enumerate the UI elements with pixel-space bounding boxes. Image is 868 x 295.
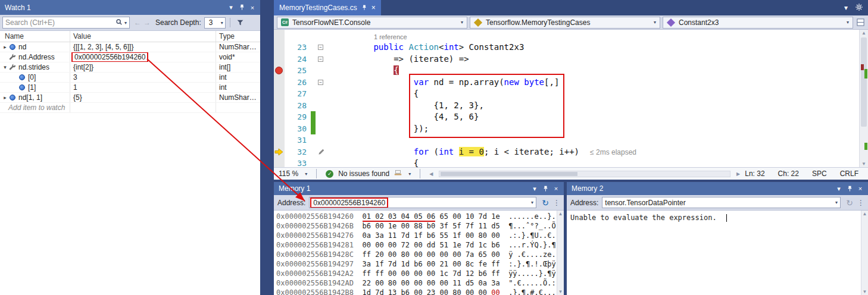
- memory1-titlebar[interactable]: Memory 1 ▾ ×: [274, 182, 564, 195]
- outline-collapse-icon[interactable]: −: [318, 57, 323, 62]
- breakpoint-margin[interactable]: [274, 100, 285, 112]
- issues-status[interactable]: No issues found: [338, 170, 389, 178]
- memory2-titlebar[interactable]: Memory 2 ▾ ×: [567, 182, 868, 195]
- breakpoint-margin[interactable]: [274, 42, 285, 54]
- issues-filter-icon[interactable]: [394, 170, 402, 178]
- refresh-icon[interactable]: ↻: [845, 198, 854, 208]
- memory1-address-input[interactable]: 0x000002556B194260 ▾: [309, 197, 536, 208]
- zoom-level[interactable]: 115 %: [279, 170, 298, 178]
- breakpoint-margin[interactable]: [274, 158, 285, 167]
- code-line-text[interactable]: });: [327, 123, 868, 135]
- memory2-content[interactable]: Unable to evaluate the expression.: [567, 211, 868, 295]
- watch-row[interactable]: nd.Address0x000002556b194260void*: [0, 52, 260, 62]
- column-header-value[interactable]: Value: [70, 31, 216, 42]
- search-prev-icon[interactable]: ←: [133, 18, 142, 27]
- chevron-down-icon[interactable]: ▾: [835, 200, 838, 205]
- close-icon[interactable]: ×: [855, 183, 866, 194]
- scroll-up-icon[interactable]: ▲: [557, 211, 564, 216]
- chevron-down-icon[interactable]: ▾: [408, 171, 411, 177]
- search-options-chevron-icon[interactable]: ▾: [124, 20, 127, 26]
- scroll-down-icon[interactable]: ▼: [861, 289, 868, 294]
- chevron-down-icon[interactable]: ▾: [531, 200, 533, 205]
- horizontal-scrollbar[interactable]: [439, 171, 730, 177]
- scrollbar-thumb[interactable]: [861, 37, 867, 127]
- toolbar-overflow-icon[interactable]: ⋮: [857, 199, 864, 207]
- memory2-address-input[interactable]: tensor.TensorDataPointer ▾: [602, 197, 841, 208]
- search-depth-select[interactable]: 3 ▾: [204, 17, 226, 29]
- breakpoint-margin[interactable]: [274, 111, 285, 123]
- window-position-icon[interactable]: ▾: [844, 4, 848, 12]
- search-input[interactable]: Search (Ctrl+E) ▾: [2, 17, 130, 29]
- code-line-text[interactable]: public Action<int> Constant2x3: [327, 42, 868, 54]
- watch-row[interactable]: ▾nd.strides{int[2]}int[]: [0, 62, 260, 73]
- gear-icon[interactable]: [855, 3, 863, 13]
- breakpoint-margin[interactable]: [274, 88, 285, 100]
- code-line-text[interactable]: for (int i = 0; i < iterate; i++)≤ 2ms e…: [327, 146, 868, 158]
- code-line-text[interactable]: {1, 2, 3},: [327, 100, 868, 112]
- scroll-down-icon[interactable]: ▼: [860, 161, 868, 167]
- breakpoint-margin[interactable]: [274, 146, 285, 158]
- memory1-scrollbar[interactable]: ▲ ▼: [557, 211, 564, 295]
- window-position-icon[interactable]: ▾: [529, 183, 540, 194]
- watch-row[interactable]: [0]3int: [0, 73, 260, 83]
- pin-icon[interactable]: [361, 5, 367, 11]
- spaces-indicator[interactable]: SPC: [812, 170, 827, 178]
- column-indicator[interactable]: Ch: 22: [778, 170, 799, 178]
- column-header-name[interactable]: Name: [0, 31, 70, 42]
- split-window-icon[interactable]: [854, 17, 866, 29]
- zoom-chevron-icon[interactable]: ▾: [305, 171, 307, 177]
- window-position-icon[interactable]: ▾: [833, 183, 844, 194]
- watch-row[interactable]: [1]1int: [0, 83, 260, 93]
- window-position-icon[interactable]: ▾: [226, 2, 236, 13]
- watch-titlebar[interactable]: Watch 1 ▾ ×: [0, 0, 260, 15]
- pin-icon[interactable]: [236, 2, 247, 13]
- memory2-scrollbar[interactable]: ▲ ▼: [861, 211, 868, 295]
- scrollbar-thumb[interactable]: [441, 172, 577, 176]
- close-icon[interactable]: ×: [551, 183, 561, 194]
- filter-icon[interactable]: [235, 17, 246, 29]
- toolbar-overflow-icon[interactable]: ⋮: [553, 199, 560, 207]
- close-icon[interactable]: ×: [247, 2, 258, 13]
- class-dropdown[interactable]: Tensorflow.MemoryTestingCases ▾: [470, 17, 660, 29]
- codelens-references[interactable]: 1 reference: [374, 33, 407, 40]
- close-icon[interactable]: ×: [371, 4, 376, 12]
- hscroll-left-icon[interactable]: ◀: [429, 171, 433, 177]
- member-dropdown[interactable]: Constant2x3 ▾: [663, 17, 853, 29]
- watch-row[interactable]: ▸nd[1, 1]{5}NumShar…: [0, 93, 260, 103]
- hscroll-right-icon[interactable]: ▶: [736, 171, 740, 177]
- editor-vertical-scrollbar[interactable]: ▲ ▼: [859, 30, 868, 167]
- breakpoint-icon[interactable]: [275, 67, 283, 74]
- code-editor[interactable]: 1 reference23− public Action<int> Consta…: [274, 30, 868, 167]
- code-line-text[interactable]: [327, 134, 868, 146]
- outline-collapse-icon[interactable]: −: [318, 80, 323, 85]
- code-line-text[interactable]: => (iterate) =>: [327, 54, 868, 65]
- memory1-rows[interactable]: 0x000002556B194260 01 02 03 04 05 06 65 …: [274, 211, 564, 295]
- watch-row[interactable]: ▸nd{[[1, 2, 3], [4, 5, 6]]}NumShar…: [0, 42, 260, 52]
- project-dropdown[interactable]: C# TensorFlowNET.Console ▾: [277, 17, 467, 29]
- breakpoint-margin[interactable]: [274, 123, 285, 135]
- collapsed-expander-icon[interactable]: ▸: [2, 44, 8, 50]
- scroll-up-icon[interactable]: ▲: [860, 30, 868, 36]
- breakpoint-margin[interactable]: [274, 54, 285, 65]
- add-watch-row[interactable]: Add item to watch: [0, 103, 260, 113]
- outline-collapse-icon[interactable]: −: [318, 45, 323, 50]
- search-next-icon[interactable]: →: [142, 18, 152, 27]
- collapsed-expander-icon[interactable]: ▸: [2, 95, 8, 101]
- pin-icon[interactable]: [540, 183, 551, 194]
- pin-icon[interactable]: [844, 183, 855, 194]
- tab-memorytestingcases[interactable]: MemoryTestingCases.cs ×: [274, 0, 381, 15]
- expanded-expander-icon[interactable]: ▾: [2, 64, 8, 70]
- eol-indicator[interactable]: CRLF: [840, 170, 858, 178]
- line-indicator[interactable]: Ln: 32: [745, 170, 764, 178]
- code-line-text[interactable]: var nd = np.array(new byte[,]: [327, 77, 868, 89]
- code-line-text[interactable]: {4, 5, 6}: [327, 111, 868, 123]
- code-line-text[interactable]: {: [327, 65, 868, 77]
- breakpoint-margin[interactable]: [274, 65, 285, 77]
- code-line-text[interactable]: {: [327, 88, 868, 100]
- column-header-type[interactable]: Type: [216, 31, 260, 42]
- refresh-icon[interactable]: ↻: [541, 198, 550, 208]
- scroll-up-icon[interactable]: ▲: [861, 211, 868, 216]
- breakpoint-margin[interactable]: [274, 134, 285, 146]
- code-line-text[interactable]: {: [327, 158, 868, 167]
- scroll-down-icon[interactable]: ▼: [557, 289, 564, 294]
